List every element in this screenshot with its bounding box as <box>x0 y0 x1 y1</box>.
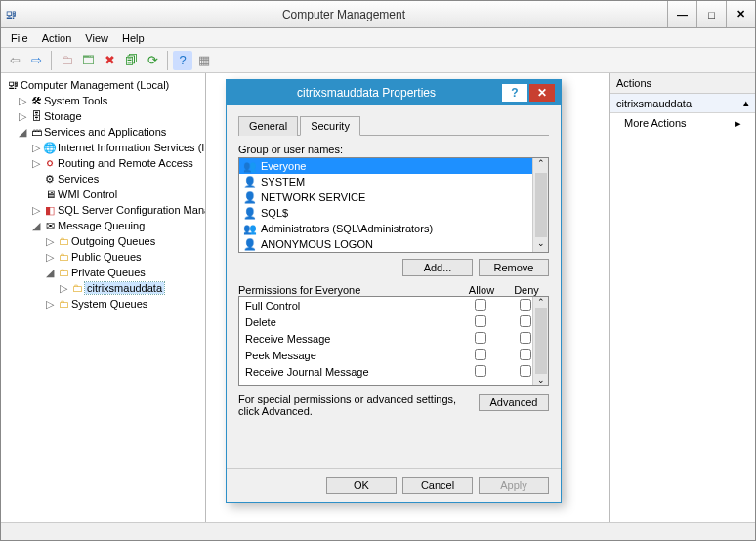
allow-checkbox[interactable] <box>475 365 486 377</box>
expand-icon[interactable]: ▷ <box>19 108 28 124</box>
up-button[interactable]: 🗀 <box>57 51 76 70</box>
sql-icon: ◧ <box>42 202 58 218</box>
column-allow: Allow <box>459 284 504 296</box>
deny-checkbox[interactable] <box>520 332 531 344</box>
scroll-up-icon[interactable]: ⌃ <box>537 158 545 172</box>
tree-rras[interactable]: Routing and Remote Access <box>58 157 193 169</box>
list-item: 👥Administrators (SQL\Administrators) <box>239 221 548 236</box>
scroll-thumb[interactable] <box>535 173 547 237</box>
user-icon: 👤 <box>243 191 257 204</box>
collapse-icon[interactable]: ◢ <box>19 124 28 140</box>
collapse-icon[interactable]: ▴ <box>743 97 749 109</box>
tab-general[interactable]: General <box>238 116 298 136</box>
forward-button[interactable]: ⇨ <box>26 51 46 70</box>
expand-icon[interactable]: ▷ <box>32 140 42 155</box>
tree-system-queues[interactable]: System Queues <box>71 298 147 310</box>
services-apps-icon: 🗃 <box>28 124 44 140</box>
tree-sql[interactable]: SQL Server Configuration Manager <box>58 204 206 216</box>
window-title: Computer Management <box>21 8 667 21</box>
dialog-close-button[interactable]: ✕ <box>529 84 555 102</box>
group-icon: 👥 <box>243 223 257 235</box>
help-button[interactable]: ? <box>173 51 192 70</box>
gear-icon: ⚙ <box>42 171 58 187</box>
toolbar-separator <box>167 51 168 70</box>
tree-selected-queue[interactable]: citrixsmauddata <box>85 282 164 294</box>
scroll-up-icon[interactable]: ⌃ <box>537 297 545 307</box>
deny-checkbox[interactable] <box>520 299 531 311</box>
dialog-body: General Security Group or user names: 👥E… <box>227 105 561 425</box>
folder-icon: 🗀 <box>56 233 71 249</box>
expand-icon[interactable]: ▷ <box>46 296 56 312</box>
dialog-titlebar[interactable]: citrixsmauddata Properties ? ✕ <box>227 80 561 105</box>
rras-icon: ⭘ <box>42 155 58 171</box>
tree-iis[interactable]: Internet Information Services (IIS) Mana… <box>58 142 206 153</box>
ok-button[interactable]: OK <box>326 477 397 494</box>
scroll-down-icon[interactable]: ⌄ <box>537 375 545 385</box>
menu-action[interactable]: Action <box>36 30 78 46</box>
advanced-button[interactable]: Advanced <box>479 394 549 411</box>
expand-icon[interactable]: ▷ <box>46 233 56 249</box>
expand-icon[interactable]: ▷ <box>32 202 42 218</box>
dialog-help-button[interactable]: ? <box>502 84 527 102</box>
tree-storage[interactable]: Storage <box>44 110 82 122</box>
allow-checkbox[interactable] <box>475 332 486 344</box>
statusbar <box>1 522 755 540</box>
more-actions-link[interactable]: More Actions ▸ <box>610 113 755 134</box>
scroll-down-icon[interactable]: ⌄ <box>537 238 545 252</box>
permissions-list[interactable]: Full Control Delete Receive Message Peek… <box>238 296 549 386</box>
expand-icon[interactable]: ▷ <box>19 93 28 108</box>
properties-button[interactable]: 🗔 <box>78 51 98 70</box>
tree-services[interactable]: Services <box>58 173 99 185</box>
scrollbar[interactable]: ⌃⌄ <box>532 297 548 385</box>
menu-help[interactable]: Help <box>116 30 150 46</box>
apply-button[interactable]: Apply <box>479 477 549 494</box>
permissions-for-label: Permissions for Everyone <box>238 284 459 296</box>
tree-outgoing[interactable]: Outgoing Queues <box>71 235 155 247</box>
export-button[interactable]: 🗐 <box>121 51 141 70</box>
allow-checkbox[interactable] <box>475 349 486 360</box>
user-icon: 👤 <box>243 207 257 220</box>
allow-checkbox[interactable] <box>475 299 486 311</box>
list-item: 👤SYSTEM <box>239 174 548 189</box>
show-hide-button[interactable]: ▦ <box>194 51 214 70</box>
actions-context[interactable]: citrixsmauddata ▴ <box>610 94 755 113</box>
tree-root[interactable]: Computer Management (Local) <box>21 79 169 91</box>
minimize-button[interactable]: — <box>667 1 696 27</box>
expand-icon[interactable]: ▷ <box>32 155 42 171</box>
collapse-icon[interactable]: ◢ <box>32 218 42 233</box>
expand-icon[interactable]: ▷ <box>46 249 56 265</box>
storage-icon: 🗄 <box>28 108 44 124</box>
delete-button[interactable]: ✖ <box>100 51 119 70</box>
scrollbar[interactable]: ⌃⌄ <box>532 158 548 252</box>
tree-pane[interactable]: 🖳Computer Management (Local) ▷🛠System To… <box>1 73 206 522</box>
collapse-icon[interactable]: ◢ <box>46 265 56 280</box>
cancel-button[interactable]: Cancel <box>402 477 473 494</box>
list-item: 👥Everyone <box>239 158 548 174</box>
expand-icon[interactable]: ▷ <box>60 280 69 296</box>
principals-list[interactable]: 👥Everyone 👤SYSTEM 👤NETWORK SERVICE 👤SQL$… <box>238 157 549 253</box>
group-user-names-label: Group or user names: <box>238 144 549 155</box>
tree-services-apps[interactable]: Services and Applications <box>44 126 166 138</box>
menu-file[interactable]: File <box>5 30 34 46</box>
refresh-button[interactable]: ⟳ <box>143 51 162 70</box>
remove-button[interactable]: Remove <box>479 259 549 276</box>
allow-checkbox[interactable] <box>475 315 486 327</box>
tree-msmq[interactable]: Message Queuing <box>58 220 145 231</box>
deny-checkbox[interactable] <box>520 349 531 360</box>
maximize-button[interactable]: □ <box>696 1 726 27</box>
menu-view[interactable]: View <box>79 30 114 46</box>
add-button[interactable]: Add... <box>402 259 473 276</box>
permission-row: Peek Message <box>239 347 548 363</box>
tree-public[interactable]: Public Queues <box>71 251 142 263</box>
tree-wmi[interactable]: WMI Control <box>58 188 117 200</box>
tab-security[interactable]: Security <box>300 116 360 136</box>
titlebar: 🖳 Computer Management — □ ✕ <box>1 1 755 28</box>
deny-checkbox[interactable] <box>520 315 531 327</box>
close-window-button[interactable]: ✕ <box>726 1 755 27</box>
deny-checkbox[interactable] <box>520 365 531 377</box>
back-button[interactable]: ⇦ <box>5 51 24 70</box>
scroll-thumb[interactable] <box>535 308 547 374</box>
tree-private[interactable]: Private Queues <box>71 267 146 278</box>
tree-system-tools[interactable]: System Tools <box>44 95 107 106</box>
computer-icon: 🖳 <box>5 77 21 93</box>
